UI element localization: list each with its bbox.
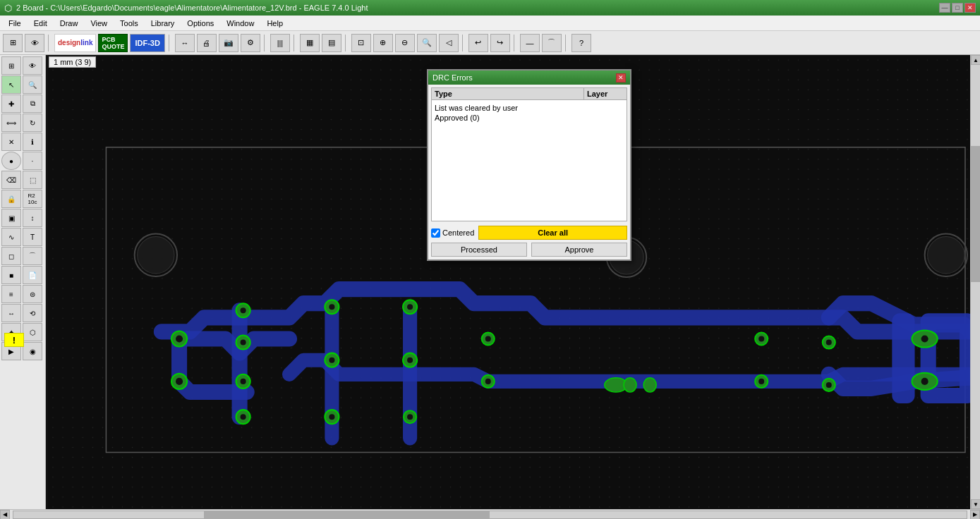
drc-approve-button[interactable]: Approve xyxy=(531,243,627,257)
layers-eye-button[interactable]: 👁 xyxy=(25,34,44,52)
drc-title-text: DRC Errors xyxy=(432,73,473,82)
h-scrollbar[interactable] xyxy=(13,511,967,519)
scroll-up-arrow[interactable]: ▲ xyxy=(971,55,980,65)
svg-point-33 xyxy=(624,378,636,392)
menu-view[interactable]: View xyxy=(85,18,113,29)
left-btn-dim[interactable]: ↕ xyxy=(23,209,42,227)
right-scrollbar[interactable]: ▲ ▼ xyxy=(970,55,980,509)
camera-button[interactable]: 📷 xyxy=(219,34,238,52)
zoom-fit-button[interactable]: ⊡ xyxy=(351,34,371,52)
left-btn-mirror[interactable]: ⟺ xyxy=(1,114,21,132)
drc-button[interactable]: ⚙ xyxy=(241,34,260,52)
layers-button[interactable]: ||| xyxy=(270,34,290,52)
drc-col-layer-header: Layer xyxy=(584,88,627,99)
undo-button[interactable]: ↩ xyxy=(468,34,488,52)
left-btn-move[interactable]: ✚ xyxy=(1,94,21,113)
zoom-previous-button[interactable]: ◁ xyxy=(439,34,459,52)
scroll-down-arrow[interactable]: ▼ xyxy=(971,499,980,509)
svg-point-23 xyxy=(407,304,413,310)
svg-point-36 xyxy=(758,336,764,341)
left-btn-rect[interactable]: ◻ xyxy=(1,247,21,265)
menu-file[interactable]: File xyxy=(3,18,27,29)
left-toolbar: ⊞ 👁 ↖ 🔍 ✚ ⧉ ⟺ ↻ ✕ ℹ ● · ⌫ ⬚ 🔒 R210c xyxy=(0,55,46,509)
left-btn-curve[interactable]: ⌒ xyxy=(23,247,42,265)
drc-clear-all-button[interactable]: Clear all xyxy=(478,226,627,240)
zoom-in-button[interactable]: ⊕ xyxy=(373,34,393,52)
arc-button[interactable]: ⌒ xyxy=(542,34,562,52)
maximize-button[interactable]: □ xyxy=(952,3,963,13)
v-scroll-thumb[interactable] xyxy=(971,146,980,282)
zoom-select-button[interactable]: 🔍 xyxy=(417,34,437,52)
left-btn-r2[interactable]: R210c xyxy=(23,190,42,208)
menu-library[interactable]: Library xyxy=(145,18,181,29)
left-row-14: ↔ ⟲ xyxy=(1,304,44,322)
scroll-left-arrow[interactable]: ◀ xyxy=(0,510,10,520)
svg-point-19 xyxy=(329,358,334,363)
menu-help[interactable]: Help xyxy=(261,18,289,29)
grid-button[interactable]: ⊞ xyxy=(3,34,23,52)
left-btn-eye2[interactable]: ◉ xyxy=(23,342,42,360)
left-btn-text[interactable]: T xyxy=(23,228,42,246)
drc-processed-button[interactable]: Processed xyxy=(431,243,527,257)
drc-list-items: List was cleared by user Approved (0) xyxy=(432,100,627,126)
left-btn-square[interactable]: ■ xyxy=(1,266,21,284)
minimize-button[interactable]: — xyxy=(939,3,950,13)
erc-button[interactable]: ▤ xyxy=(322,34,341,52)
svg-point-25 xyxy=(407,358,413,363)
left-btn-misc2[interactable]: ⬡ xyxy=(23,323,42,341)
menu-draw[interactable]: Draw xyxy=(54,18,84,29)
canvas-area: 1 mm (3 9) DRC Errors ✕ Type Layer List … xyxy=(46,55,980,509)
help-button[interactable]: ? xyxy=(571,34,591,52)
warning-badge[interactable]: ! xyxy=(4,333,24,347)
toolbar-sep-6 xyxy=(462,35,465,51)
left-btn-dot2[interactable]: · xyxy=(23,152,42,170)
svg-point-13 xyxy=(241,379,246,384)
left-btn-wire2[interactable]: ⬚ xyxy=(23,171,42,189)
menu-window[interactable]: Window xyxy=(221,18,260,29)
scroll-right-arrow[interactable]: ▶ xyxy=(970,510,980,520)
zoom-out-button[interactable]: ⊖ xyxy=(395,34,415,52)
move-button[interactable]: ↔ xyxy=(175,34,195,52)
menu-tools[interactable]: Tools xyxy=(114,18,144,29)
wire-button[interactable]: — xyxy=(520,34,540,52)
left-btn-select[interactable]: ↖ xyxy=(1,75,21,94)
left-btn-eye[interactable]: 👁 xyxy=(23,56,42,75)
drc-dialog: DRC Errors ✕ Type Layer List was cleared… xyxy=(427,69,631,261)
left-btn-rotate[interactable]: ↻ xyxy=(23,114,42,132)
close-button[interactable]: ✕ xyxy=(964,3,976,13)
left-row-4: ⟺ ↻ xyxy=(1,114,44,132)
left-btn-zoom[interactable]: 🔍 xyxy=(23,75,42,94)
toolbar-sep-2 xyxy=(169,35,171,51)
left-btn-grid[interactable]: ⊞ xyxy=(1,56,21,75)
drc-close-button[interactable]: ✕ xyxy=(616,73,626,83)
drc-title-bar[interactable]: DRC Errors ✕ xyxy=(428,71,630,85)
left-btn-delete[interactable]: ✕ xyxy=(1,133,21,151)
left-btn-dot[interactable]: ● xyxy=(1,152,21,170)
left-btn-info[interactable]: ℹ xyxy=(23,133,42,151)
left-btn-lines2[interactable]: ⊜ xyxy=(23,285,42,303)
left-btn-page[interactable]: 📄 xyxy=(23,266,42,284)
left-btn-copy[interactable]: ⧉ xyxy=(23,94,42,113)
menu-edit[interactable]: Edit xyxy=(28,18,53,29)
idf-3d-button[interactable]: IDF-3D xyxy=(130,34,164,52)
left-btn-lines[interactable]: ≡ xyxy=(1,285,21,303)
menu-options[interactable]: Options xyxy=(181,18,219,29)
drc-centered-checkbox[interactable] xyxy=(431,228,440,238)
svg-point-27 xyxy=(407,414,413,420)
toolbar-sep-4 xyxy=(294,35,296,51)
ratsnest-button[interactable]: ▦ xyxy=(300,34,320,52)
svg-point-21 xyxy=(329,414,334,420)
svg-point-29 xyxy=(485,336,491,341)
left-btn-erase[interactable]: ⌫ xyxy=(1,171,21,189)
left-btn-tilde[interactable]: ∿ xyxy=(1,228,21,246)
left-btn-lock[interactable]: 🔒 xyxy=(1,190,21,208)
left-btn-arr2[interactable]: ⟲ xyxy=(23,304,42,322)
drc-error-list[interactable]: Type Layer List was cleared by user Appr… xyxy=(431,87,627,221)
redo-button[interactable]: ↪ xyxy=(490,34,510,52)
title-text: 2 Board - C:\Users\Edgardo\Documents\eag… xyxy=(16,4,368,12)
print-button[interactable]: 🖨 xyxy=(197,34,217,52)
svg-point-52 xyxy=(928,237,964,274)
left-btn-layer[interactable]: ▣ xyxy=(1,209,21,227)
h-scroll-thumb[interactable] xyxy=(204,511,490,518)
left-btn-arr1[interactable]: ↔ xyxy=(1,304,21,322)
